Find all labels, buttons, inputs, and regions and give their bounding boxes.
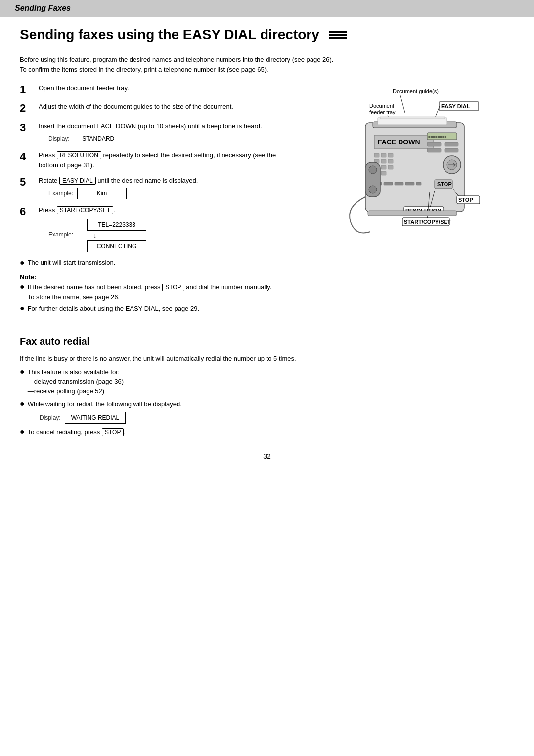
step-3-display-label: Display: [48, 134, 70, 143]
step-4-num: 4 [20, 150, 34, 163]
step-3-display-value: STANDARD [74, 133, 123, 144]
svg-point-49 [369, 186, 377, 193]
svg-text:========: ======== [428, 135, 447, 139]
fax-redial-body: If the line is busy or there is no answe… [20, 354, 514, 364]
page-header: Sending Faxes [0, 0, 534, 17]
svg-text:feeder tray: feeder tray [369, 109, 396, 115]
waiting-display-label: Display: [40, 413, 61, 422]
svg-rect-50 [368, 211, 457, 216]
header-title: Sending Faxes [15, 4, 71, 12]
svg-text:STOP: STOP [437, 181, 452, 187]
note-bullet-1-icon: ● [20, 283, 25, 291]
svg-rect-25 [427, 142, 441, 146]
svg-text:Document guide(s): Document guide(s) [393, 88, 439, 94]
resolution-key: RESOLUTION [57, 151, 101, 159]
svg-rect-26 [445, 142, 458, 146]
step-5-example-row: Example: Kim [48, 188, 286, 199]
svg-text:EASY DIAL: EASY DIAL [441, 103, 470, 109]
svg-rect-24 [381, 171, 386, 175]
page-number: – 32 – [20, 452, 514, 460]
bullet-icon: ● [20, 258, 25, 267]
step-6-connecting-block: TEL=2223333 ↓ CONNECTING [87, 219, 146, 252]
page-content: Sending faxes using the EASY DIAL direct… [0, 17, 534, 475]
note-bullet-2-icon: ● [20, 304, 25, 313]
two-col-layout: 1 Open the document feeder tray. 2 Adjus… [20, 83, 514, 316]
arrow-down-icon: ↓ [93, 232, 97, 239]
tel-display: TEL=2223333 [87, 219, 146, 231]
step-5-content: Rotate EASY DIAL until the desired name … [39, 176, 286, 199]
step-3-display-row: Display: STANDARD [48, 133, 286, 144]
step-6-example-row: Example: TEL=2223333 ↓ CONNECTING [48, 217, 286, 252]
fax-illustration-column: Document guide(s) Document feeder tray E… [296, 83, 514, 316]
section-divider [20, 326, 514, 326]
cancel-bullet-icon: ● [20, 427, 25, 436]
step-3-content: Insert the document FACE DOWN (up to 10 … [39, 121, 286, 145]
step-5-example-value: Kim [77, 188, 127, 199]
main-title-text: Sending faxes using the EASY DIAL direct… [20, 27, 319, 43]
svg-rect-35 [416, 182, 421, 185]
redial-bullet-1-text: This feature is also available for;—dela… [28, 367, 124, 396]
svg-line-5 [400, 94, 405, 113]
step-1-num: 1 [20, 83, 34, 96]
fax-redial-section: Fax auto redial If the line is busy or t… [20, 334, 514, 437]
step-5: 5 Rotate EASY DIAL until the desired nam… [20, 176, 286, 199]
waiting-display-value: WAITING REDIAL [65, 412, 126, 424]
start-copy-set-key: START/COPY/SET [57, 206, 113, 214]
note-item-1: ● If the desired name has not been store… [20, 283, 286, 302]
svg-rect-34 [405, 182, 414, 185]
step-5-num: 5 [20, 176, 34, 189]
step-3-num: 3 [20, 121, 34, 134]
svg-text:STOP: STOP [458, 197, 473, 203]
redial-bullet-2-text: While waiting for redial, the following … [28, 399, 182, 409]
stop-key-redial: STOP [102, 428, 124, 436]
svg-rect-14 [374, 153, 379, 157]
fax-diagram: Document guide(s) Document feeder tray E… [296, 83, 484, 251]
step-4: 4 Press RESOLUTION repeatedly to select … [20, 150, 286, 170]
step-3-text: Insert the document FACE DOWN (up to 10 … [39, 122, 262, 130]
step-2: 2 Adjust the width of the document guide… [20, 102, 286, 115]
intro-text: Before using this feature, program the d… [20, 55, 514, 74]
step-2-num: 2 [20, 102, 34, 115]
svg-rect-33 [395, 182, 403, 185]
note-item-1-text: If the desired name has not been stored,… [28, 283, 272, 302]
svg-point-48 [369, 166, 377, 174]
cancel-redial-text: To cancel redialing, press STOP. [28, 427, 126, 437]
svg-rect-15 [381, 153, 386, 157]
steps-column: 1 Open the document feeder tray. 2 Adjus… [20, 83, 286, 316]
note-section: Note: ● If the desired name has not been… [20, 273, 286, 314]
step-6-content: Press START/COPY/SET. Example: TEL=22233… [39, 205, 286, 253]
svg-rect-16 [388, 153, 393, 157]
connecting-display: CONNECTING [87, 240, 146, 252]
transmission-note-text: The unit will start transmission. [28, 258, 116, 267]
redial-bullet-2: ● While waiting for redial, the followin… [20, 399, 514, 409]
note-item-2: ● For further details about using the EA… [20, 304, 286, 314]
svg-rect-27 [427, 148, 441, 152]
redial-bullet-1: ● This feature is also available for;—de… [20, 367, 514, 396]
cancel-redial-note: ● To cancel redialing, press STOP. [20, 427, 514, 437]
step-6: 6 Press START/COPY/SET. Example: TEL=222… [20, 205, 286, 253]
svg-rect-28 [445, 148, 458, 152]
step-1: 1 Open the document feeder tray. [20, 83, 286, 96]
svg-rect-21 [381, 165, 386, 169]
transmission-note: ● The unit will start transmission. [20, 258, 286, 267]
fax-redial-title: Fax auto redial [20, 334, 514, 349]
note-item-2-text: For further details about using the EASY… [28, 304, 199, 314]
step-6-example-label: Example: [48, 230, 73, 239]
svg-rect-18 [381, 159, 386, 163]
intro-line-2: To confirm the items stored in the direc… [20, 65, 514, 75]
svg-rect-22 [388, 165, 393, 169]
svg-text:START/COPY/SET: START/COPY/SET [404, 219, 451, 225]
redial-bullet-1-icon: ● [20, 367, 25, 376]
note-title: Note: [20, 273, 286, 281]
svg-rect-32 [384, 182, 393, 185]
step-5-example-label: Example: [48, 189, 73, 198]
svg-rect-19 [388, 159, 393, 163]
step-3: 3 Insert the document FACE DOWN (up to 1… [20, 121, 286, 145]
intro-line-1: Before using this feature, program the d… [20, 55, 514, 65]
svg-text:FACE DOWN: FACE DOWN [378, 138, 420, 146]
title-decoration [329, 31, 347, 39]
redial-bullet-2-icon: ● [20, 399, 25, 408]
stop-key-note: STOP [162, 284, 184, 291]
step-4-text: Press RESOLUTION repeatedly to select th… [39, 150, 286, 170]
waiting-redial-row: Display: WAITING REDIAL [40, 412, 514, 424]
